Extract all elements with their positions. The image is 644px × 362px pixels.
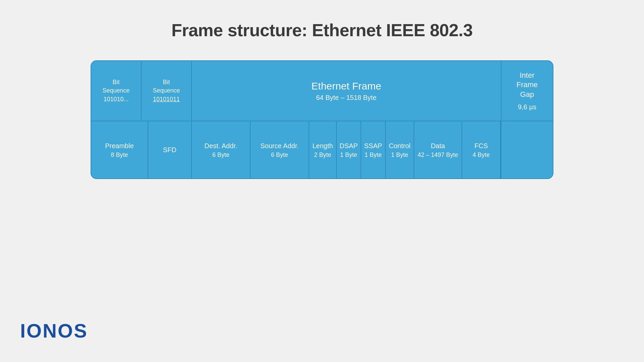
logo-container: IONOS	[20, 319, 88, 342]
dsap-sublabel: 1 Byte	[340, 152, 357, 159]
dest-addr-sublabel: 6 Byte	[212, 152, 229, 159]
dsap-cell: DSAP 1 Byte	[337, 121, 361, 178]
control-cell: Control 1 Byte	[386, 121, 414, 178]
bit-seq-1-text: BitSequence101010...	[102, 78, 129, 104]
ssap-sublabel: 1 Byte	[365, 152, 382, 159]
sfd-label: SFD	[163, 145, 176, 154]
ethernet-frame-title: Ethernet Frame	[311, 80, 381, 92]
dest-addr-cell: Dest. Addr. 6 Byte	[192, 121, 251, 178]
bit-sequence-2: BitSequence10101011	[142, 61, 191, 121]
data-label: Data	[431, 141, 445, 150]
ssap-cell: SSAP 1 Byte	[361, 121, 386, 178]
control-label: Control	[389, 141, 410, 150]
preamble-sfd-section: Preamble 8 Byte SFD	[91, 121, 192, 178]
dsap-label: DSAP	[339, 141, 358, 150]
fcs-sublabel: 4 Byte	[473, 152, 490, 159]
length-label: Length	[312, 141, 333, 150]
top-row: BitSequence101010... BitSequence10101011…	[91, 61, 553, 121]
bit-sequence-1: BitSequence101010...	[91, 61, 142, 121]
ssap-label: SSAP	[364, 141, 382, 150]
fcs-cell: FCS 4 Byte	[462, 121, 501, 178]
inter-frame-gap-value: 9,6 µs	[518, 103, 536, 111]
data-cell: Data 42 – 1497 Byte	[414, 121, 462, 178]
inter-frame-gap-top: InterFrameGap 9,6 µs	[501, 61, 553, 121]
preamble-label: Preamble	[105, 141, 134, 150]
bit-seq-2-text: BitSequence10101011	[153, 78, 180, 104]
sfd-cell: SFD	[148, 121, 191, 178]
page-title: Frame structure: Ethernet IEEE 802.3	[0, 0, 644, 40]
ionos-logo: IONOS	[20, 319, 88, 342]
bottom-row: Preamble 8 Byte SFD Dest. Addr. 6 Byte S…	[91, 121, 553, 178]
source-addr-sublabel: 6 Byte	[271, 152, 288, 159]
ethernet-frame-label: Ethernet Frame 64 Byte – 1518 Byte	[192, 61, 501, 121]
inter-frame-gap-bottom	[501, 121, 553, 178]
preamble-top-section: BitSequence101010... BitSequence10101011	[91, 61, 192, 121]
source-addr-cell: Source Addr. 6 Byte	[251, 121, 309, 178]
length-cell: Length 2 Byte	[309, 121, 337, 178]
source-addr-label: Source Addr.	[260, 141, 299, 150]
inter-frame-gap-title: InterFrameGap	[517, 71, 538, 100]
ethernet-frame-subtitle: 64 Byte – 1518 Byte	[316, 94, 376, 102]
dest-addr-label: Dest. Addr.	[205, 141, 237, 150]
control-sublabel: 1 Byte	[391, 152, 408, 159]
data-sublabel: 42 – 1497 Byte	[418, 152, 458, 159]
preamble-sublabel: 8 Byte	[111, 152, 128, 159]
ethernet-frame-diagram: BitSequence101010... BitSequence10101011…	[91, 60, 553, 179]
length-sublabel: 2 Byte	[314, 152, 331, 159]
preamble-cell: Preamble 8 Byte	[91, 121, 148, 178]
fcs-label: FCS	[475, 141, 488, 150]
